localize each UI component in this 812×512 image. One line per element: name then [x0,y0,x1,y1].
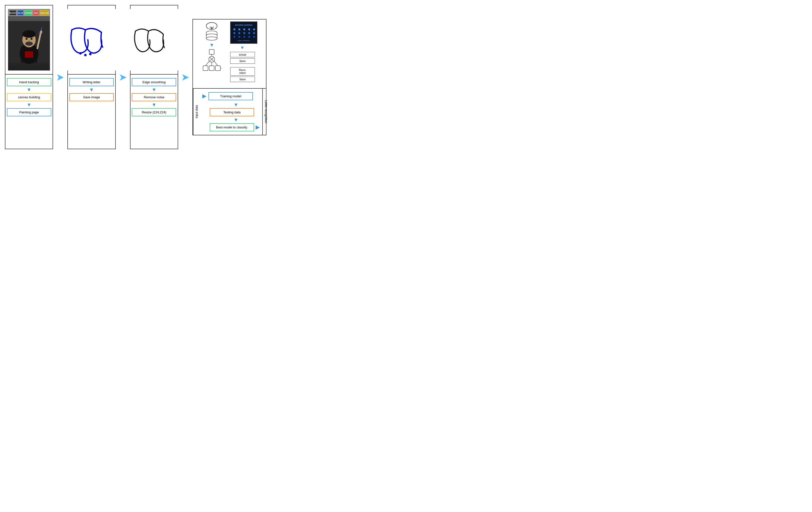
flow-arrow-6: ▼ [234,102,239,108]
svg-point-47 [253,28,255,30]
flow-box-training: Training model [208,92,253,100]
svg-rect-26 [206,35,217,38]
webcam-face [8,16,50,68]
svg-point-55 [243,36,245,38]
panel-3: Edge smoothing ▼ Remove noise ▼ Resize (… [130,5,178,149]
panel4-top: ▼ [193,20,266,89]
flow-box-noise: Remove noise [132,93,176,101]
panel-4: ▼ [193,19,266,135]
arabic-letter-blue [64,9,119,71]
svg-point-16 [89,53,91,55]
result-labels: actual Seen [230,52,255,64]
svg-point-53 [233,36,235,38]
recognition-label: Reco- nition [230,67,255,76]
flow-arrow-5: ▼ [151,102,156,108]
svg-rect-22 [206,33,217,35]
panel4-left-icons: ▼ [195,22,229,71]
svg-point-9 [31,38,33,40]
svg-point-15 [84,54,87,56]
flow-box-edge: Edge smoothing [132,78,176,86]
arrow-ml-to-labels: ▼ [240,45,244,50]
svg-point-14 [79,52,82,55]
chip-red: RED [33,10,39,16]
panel1-top: BLACK BLUE GREEN RED YELLOW [5,5,53,75]
chip-yellow: YELLOW [40,10,49,16]
svg-rect-13 [64,15,119,64]
testing-row: Testing data [202,108,260,116]
flow-arrow-3: ▼ [89,87,94,92]
ml-image-svg: MACHINE LEARNING [231,22,257,43]
big-arrow-3: ➤ [181,71,190,83]
svg-point-10 [28,40,30,42]
svg-line-40 [214,61,218,66]
chip-black: BLACK [9,10,17,16]
panel4-right-content: MACHINE LEARNING [229,22,264,82]
webcam-image: BLACK BLUE GREEN RED YELLOW [8,9,50,71]
arabic-letter-black [127,9,181,71]
arrow-to-letter-recog: ▶ [256,124,260,130]
flow-arrow-7: ▼ [234,117,239,123]
letter-recognition-label: Letter recognition [262,89,269,135]
svg-rect-30 [209,49,214,54]
big-arrow-1: ➤ [56,71,64,83]
input-arrow-row: ▶ Training model [202,92,260,100]
arabic-letter-black-svg [127,15,181,64]
panel-1: BLACK BLUE GREEN RED YELLOW [5,5,53,149]
ml-image: MACHINE LEARNING [230,22,257,44]
person-silhouette [8,17,50,67]
result-labels-2: Reco- nition Seen [230,67,255,82]
svg-point-57 [253,36,255,38]
svg-point-8 [25,38,27,40]
actual-label: actual [230,52,255,57]
arrow-db-to-nn: ▼ [209,42,214,48]
actual-seen-label: Seen [230,58,255,64]
panel1-flow: Hand tracking ▼ canvas building ▼ Painti… [5,75,53,149]
flow-box-save: Save image [69,93,114,101]
svg-rect-35 [203,66,208,71]
svg-rect-37 [215,66,220,71]
big-arrow-2: ➤ [119,71,127,83]
panel4-training-flow: ▶ Training model ▼ Testing data ▼ B [200,89,262,135]
svg-point-7 [25,42,33,46]
svg-rect-3 [25,51,33,58]
panel3-flow: Edge smoothing ▼ Remove noise ▼ Resize (… [130,75,178,149]
flow-box-hand-tracking: Hand tracking [7,78,51,86]
panel4-bottom-inner: Input data ▶ Training model ▼ Testing da… [193,89,266,135]
flow-arrow-2: ▼ [27,102,32,108]
flow-box-canvas: canvas building [7,93,51,101]
svg-point-6 [23,30,36,38]
chip-blue: BLUE [17,10,24,16]
svg-text:DEEP LEARNING: DEEP LEARNING [238,40,250,42]
flow-box-writing: Writing letter [69,78,114,86]
chip-green: GREEN [24,10,32,16]
flow-box-resize: Resize (224,224) [132,108,176,116]
panel2-flow: Writing letter ▼ Save image [68,75,115,149]
svg-line-38 [205,61,209,66]
arrow-input: ▶ [202,93,206,99]
flow-box-best-model: Best model to classify. [210,123,254,131]
panel2-top [68,5,115,75]
flow-box-testing: Testing data [210,108,254,116]
svg-rect-36 [209,66,214,71]
input-data-label: Input data [193,89,200,135]
svg-text:MACHINE LEARNING: MACHINE LEARNING [235,24,253,26]
flow-arrow-4: ▼ [151,87,156,92]
flow-arrow-1: ▼ [27,87,32,92]
best-model-row: Best model to classify. ▶ [202,123,260,131]
database-icon [203,22,220,41]
panel-2: Writing letter ▼ Save image [67,5,115,149]
panel3-top [130,5,178,75]
recog-seen-label: Seen [230,77,255,82]
flow-box-painting: Painting page [7,108,51,116]
color-bar: BLACK BLUE GREEN RED YELLOW [8,9,50,16]
neural-network-icon [202,49,222,71]
main-diagram: BLACK BLUE GREEN RED YELLOW [5,5,266,149]
arabic-letter-blue-svg [64,15,119,64]
